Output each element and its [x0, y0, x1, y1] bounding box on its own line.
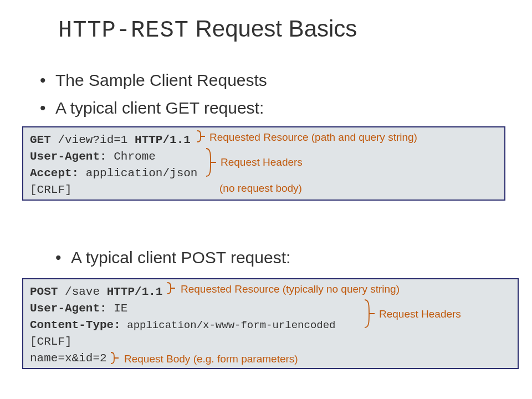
post-headers-annotation: Request Headers	[379, 308, 461, 320]
get-version: HTTP/1.1	[127, 134, 190, 146]
post-resource-annotation: Requested Resource (typically no query s…	[181, 283, 400, 295]
get-resource-annotation: Requested Resource (path and query strin…	[209, 131, 417, 144]
bullet-3: A typical client POST request:	[71, 248, 290, 267]
get-accept-val: application/json	[79, 167, 197, 180]
post-resource-bracket-icon	[167, 283, 178, 294]
post-body-text: name=x&id=2	[30, 352, 107, 365]
post-ct-val: application/x-www-form-urlencoded	[121, 319, 336, 331]
get-accept-key: Accept:	[30, 167, 79, 180]
title-mono: HTTP-REST	[58, 17, 189, 44]
post-ua-val: IE	[107, 302, 128, 315]
get-path: /view?id=1	[51, 134, 128, 146]
bullet-1: The Sample Client Requests	[55, 71, 267, 90]
post-ct-key: Content-Type:	[30, 319, 121, 331]
bullet-2: A typical client GET request:	[55, 99, 264, 117]
post-version: HTTP/1.1	[100, 285, 162, 298]
post-body-annotation: Request Body (e.g. form parameters)	[124, 353, 298, 365]
get-ua-key: User-Agent:	[30, 150, 107, 163]
get-nobody-annotation: (no request body)	[219, 182, 302, 195]
get-headers-bracket-icon	[206, 149, 218, 176]
slide: HTTP-REST Request Basics The Sample Clie…	[0, 0, 532, 399]
slide-title: HTTP-REST Request Basics	[58, 16, 357, 44]
post-ua-key: User-Agent:	[30, 302, 107, 315]
post-body-bracket-icon	[111, 352, 122, 364]
get-resource-bracket-icon	[197, 131, 208, 142]
get-headers-annotation: Request Headers	[221, 156, 303, 168]
post-method: POST	[30, 285, 58, 298]
get-crlf: [CRLF]	[30, 183, 72, 196]
get-ua-val: Chrome	[107, 150, 156, 163]
get-method: GET	[30, 134, 51, 146]
post-line-4: [CRLF]	[30, 334, 511, 350]
post-headers-bracket-icon	[365, 300, 377, 328]
post-crlf: [CRLF]	[30, 335, 72, 348]
title-rest: Request Basics	[189, 16, 357, 42]
post-path: /save	[58, 285, 100, 298]
